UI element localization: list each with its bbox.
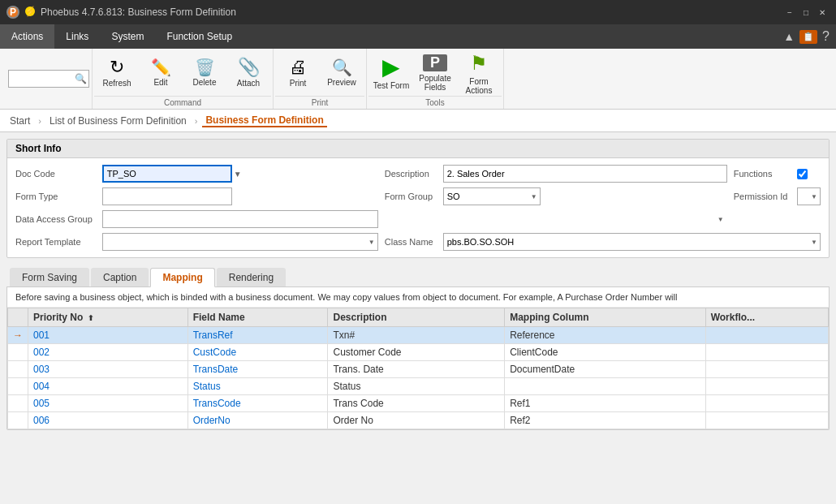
breadcrumb: Start › List of Business Form Definition…: [0, 110, 836, 132]
row-indicator: [8, 361, 28, 378]
class-name-label: Class Name: [385, 237, 437, 247]
row-field-name: TransCode: [187, 395, 328, 412]
toolbar-command-group: ↻ Refresh ✏️ Edit 🗑️ Delete 📎 Attach Com…: [93, 49, 274, 109]
row-field-name: TransDate: [187, 361, 328, 378]
toolbar-tools-group: ▶ Test Form P Populate Fields ⚑ Form Act…: [367, 49, 504, 109]
toolbar: 🔍 ↻ Refresh ✏️ Edit 🗑️ Delete 📎 Attach C…: [0, 49, 836, 110]
command-group-label: Command: [94, 96, 271, 110]
row-mapping-column: Reference: [505, 327, 705, 344]
mapping-table: Priority No ⬆ Field Name Description Map…: [7, 308, 829, 429]
mapping-table-container: Priority No ⬆ Field Name Description Map…: [7, 308, 829, 429]
print-group-label: Print: [275, 96, 364, 110]
col-workflow[interactable]: Workflo...: [705, 308, 828, 327]
row-indicator: [8, 344, 28, 361]
search-icon: 🔍: [75, 73, 87, 84]
permission-id-select[interactable]: [797, 187, 821, 205]
functions-checkbox[interactable]: [797, 169, 808, 179]
row-priority: 004: [28, 378, 188, 395]
row-workflow: [705, 412, 828, 429]
edit-icon: ✏️: [151, 59, 171, 75]
preview-icon: 🔍: [332, 59, 352, 75]
doc-code-dropdown-icon[interactable]: ▼: [234, 170, 242, 179]
collapse-icon[interactable]: ▲: [783, 30, 795, 43]
row-indicator: [8, 412, 28, 429]
notification-badge: 📋: [799, 30, 817, 44]
tab-rendering[interactable]: Rendering: [217, 268, 286, 286]
populate-fields-button[interactable]: P Populate Fields: [414, 52, 456, 94]
col-mapping-column[interactable]: Mapping Column: [505, 308, 705, 327]
main-content: Short Info Doc Code TP_SO ▼ Description …: [0, 132, 836, 443]
class-name-select[interactable]: pbs.BO.SO.SOH: [443, 233, 821, 251]
row-indicator: [8, 395, 28, 412]
row-description: Trans. Date: [328, 361, 505, 378]
row-description: Txn#: [328, 327, 505, 344]
row-workflow: [705, 361, 828, 378]
toolbar-search[interactable]: 🔍: [3, 49, 93, 109]
data-access-group-label: Data Access Group: [15, 214, 96, 224]
test-form-button[interactable]: ▶ Test Form: [370, 52, 412, 94]
print-button[interactable]: 🖨 Print: [277, 52, 319, 94]
doc-code-label: Doc Code: [15, 169, 96, 179]
col-description[interactable]: Description: [328, 308, 505, 327]
row-description: Trans Code: [328, 395, 505, 412]
table-row[interactable]: 006 OrderNo Order No Ref2: [8, 412, 829, 429]
edit-button[interactable]: ✏️ Edit: [140, 52, 182, 94]
form-group-label: Form Group: [385, 192, 437, 201]
menu-item-system[interactable]: System: [100, 24, 155, 49]
tab-form-saving[interactable]: Form Saving: [10, 268, 89, 286]
data-access-group-select[interactable]: [102, 210, 378, 228]
table-row[interactable]: 004 Status Status: [8, 378, 829, 395]
form-actions-button[interactable]: ⚑ Form Actions: [458, 52, 500, 94]
preview-button[interactable]: 🔍 Preview: [321, 52, 363, 94]
row-workflow: [705, 327, 828, 344]
row-description: Order No: [328, 412, 505, 429]
breadcrumb-start[interactable]: Start: [6, 115, 33, 127]
form-actions-icon: ⚑: [470, 52, 488, 75]
description-label: Description: [385, 169, 437, 179]
col-priority-no[interactable]: Priority No ⬆: [28, 308, 188, 327]
tabs-bar: Form Saving Caption Mapping Rendering: [6, 265, 830, 287]
window-controls[interactable]: − □ ✕: [782, 6, 830, 18]
row-mapping-column: DocumentDate: [505, 361, 705, 378]
menu-item-links[interactable]: Links: [54, 24, 100, 49]
row-field-name: OrderNo: [187, 412, 328, 429]
row-indicator: →: [8, 327, 28, 344]
table-row[interactable]: 003 TransDate Trans. Date DocumentDate: [8, 361, 829, 378]
row-priority: 006: [28, 412, 188, 429]
form-type-input[interactable]: [102, 187, 232, 205]
table-row[interactable]: 002 CustCode Customer Code ClientCode: [8, 344, 829, 361]
tools-group-label: Tools: [368, 96, 502, 110]
row-mapping-column: Ref1: [505, 395, 705, 412]
col-field-name[interactable]: Field Name: [187, 308, 328, 327]
delete-button[interactable]: 🗑️ Delete: [183, 52, 226, 94]
table-row[interactable]: → 001 TransRef Txn# Reference: [8, 327, 829, 344]
maximize-button[interactable]: □: [799, 6, 813, 18]
menu-item-function-setup[interactable]: Function Setup: [155, 24, 243, 49]
tab-caption[interactable]: Caption: [91, 268, 149, 286]
breadcrumb-list[interactable]: List of Business Form Definition: [46, 115, 190, 127]
row-workflow: [705, 378, 828, 395]
attach-button[interactable]: 📎 Attach: [227, 52, 269, 94]
form-group-select[interactable]: SO: [443, 187, 541, 205]
breadcrumb-current[interactable]: Business Form Definition: [202, 114, 326, 127]
tab-mapping[interactable]: Mapping: [150, 268, 214, 287]
row-priority: 005: [28, 395, 188, 412]
test-form-icon: ▶: [382, 56, 400, 79]
row-workflow: [705, 395, 828, 412]
report-template-label: Report Template: [15, 237, 96, 247]
svg-text:P: P: [10, 6, 16, 18]
table-row[interactable]: 005 TransCode Trans Code Ref1: [8, 395, 829, 412]
close-button[interactable]: ✕: [815, 6, 830, 18]
form-type-label: Form Type: [15, 192, 96, 201]
title-text: Phoebus 4.7.6.813: Business Form Definit…: [41, 6, 236, 18]
row-mapping-column: Ref2: [505, 412, 705, 429]
refresh-button[interactable]: ↻ Refresh: [96, 52, 138, 94]
minimize-button[interactable]: −: [782, 6, 797, 18]
delete-icon: 🗑️: [195, 59, 215, 75]
functions-label: Functions: [734, 169, 791, 179]
description-input[interactable]: 2. Sales Order: [443, 165, 727, 183]
menu-item-actions[interactable]: Actions: [0, 24, 54, 49]
help-icon[interactable]: ?: [822, 29, 830, 44]
report-template-select[interactable]: [102, 233, 378, 251]
doc-code-input[interactable]: TP_SO: [102, 165, 232, 183]
